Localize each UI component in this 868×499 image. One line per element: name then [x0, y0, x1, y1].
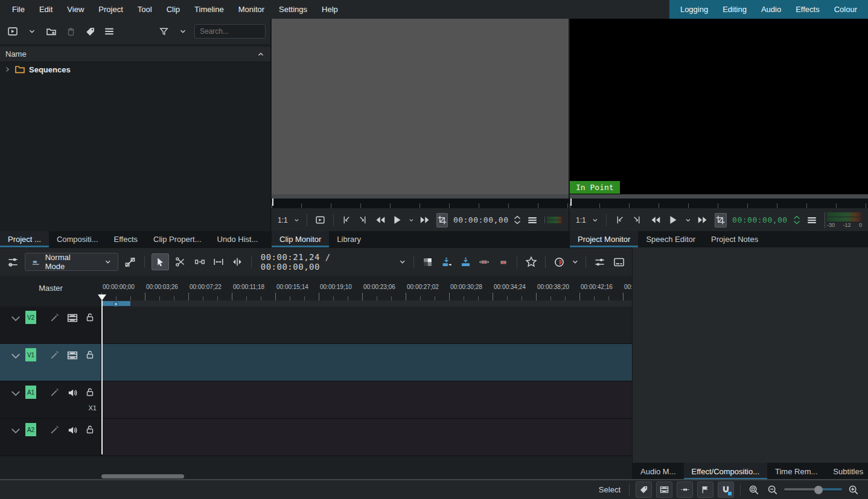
clip-monitor-seek-ruler[interactable]	[272, 199, 569, 208]
show-tags-button[interactable]	[636, 482, 652, 498]
tab-undo-history[interactable]: Undo Hist...	[209, 231, 266, 247]
clip-monitor-playhead[interactable]	[272, 199, 273, 206]
show-video-icon[interactable]	[67, 313, 78, 323]
tag-button[interactable]	[82, 24, 98, 39]
show-audio-thumbnails-button[interactable]	[677, 482, 693, 498]
menu-timeline[interactable]: Timeline	[187, 0, 231, 19]
tab-effect-composition-stack[interactable]: Effect/Compositio...	[684, 463, 767, 480]
project-monitor-seek-ruler[interactable]	[570, 199, 868, 208]
timeline-zoom-slider[interactable]	[784, 485, 842, 495]
menu-settings[interactable]: Settings	[272, 0, 314, 19]
zoom-in-button[interactable]	[846, 483, 861, 497]
lock-icon[interactable]	[85, 313, 95, 322]
record-button[interactable]	[552, 255, 566, 269]
timeline-zone-bar[interactable]	[101, 300, 632, 307]
track-body-v1[interactable]	[101, 344, 632, 381]
forward-button[interactable]	[697, 213, 709, 227]
edit-mode-dropdown[interactable]: Normal Mode	[25, 253, 118, 271]
zone-handle[interactable]	[113, 302, 118, 307]
tab-library[interactable]: Library	[329, 231, 369, 247]
project-monitor-zoom-level[interactable]: 1:1	[576, 216, 586, 224]
zoom-slider-handle[interactable]	[814, 486, 823, 494]
playhead-handle[interactable]	[98, 294, 106, 300]
set-zone-out-button[interactable]	[357, 213, 369, 227]
chevron-down-icon[interactable]	[10, 425, 22, 437]
expand-arrow-icon[interactable]	[4, 66, 11, 73]
chevron-down-icon[interactable]	[293, 216, 300, 224]
workspace-editing[interactable]: Editing	[715, 0, 754, 19]
speaker-icon[interactable]	[67, 387, 78, 398]
play-button[interactable]	[391, 213, 403, 227]
filter-dropdown-button[interactable]	[175, 24, 191, 39]
project-timecode-spinner[interactable]	[793, 215, 800, 224]
bin-search-input[interactable]	[194, 24, 266, 39]
spacer-tool-button[interactable]	[193, 255, 206, 269]
subtitles-button[interactable]	[612, 255, 626, 269]
show-video-icon[interactable]	[67, 350, 78, 361]
insert-zone-button[interactable]	[439, 255, 453, 269]
effects-wand-icon[interactable]	[49, 387, 60, 398]
lock-icon[interactable]	[85, 425, 95, 434]
lift-zone-button[interactable]	[496, 255, 510, 269]
chevron-down-icon[interactable]	[592, 216, 599, 224]
chevron-down-icon[interactable]	[571, 258, 579, 266]
chevron-down-icon[interactable]	[10, 387, 22, 399]
track-head-v2[interactable]: V2	[0, 307, 101, 343]
track-body-a1[interactable]	[101, 381, 632, 418]
menu-monitor[interactable]: Monitor	[231, 0, 272, 19]
track-settings-button[interactable]	[6, 255, 20, 269]
zone-mode-button[interactable]	[715, 213, 727, 227]
track-head-a2[interactable]: A2	[0, 419, 101, 456]
add-clip-dropdown-button[interactable]	[24, 24, 40, 39]
snap-toggle-button[interactable]	[718, 482, 734, 498]
menu-view[interactable]: View	[60, 0, 91, 19]
mix-clips-button[interactable]	[123, 255, 137, 269]
menu-edit[interactable]: Edit	[32, 0, 60, 19]
tab-project-monitor[interactable]: Project Monitor	[570, 231, 638, 247]
clip-monitor-timecode[interactable]: 00:00:00,00	[453, 215, 509, 224]
project-monitor-playhead[interactable]	[570, 199, 572, 206]
tab-subtitles[interactable]: Subtitles	[825, 463, 868, 480]
ripple-tool-button[interactable]	[211, 255, 225, 269]
set-zone-out-button[interactable]	[631, 213, 643, 227]
set-zone-in-button[interactable]	[613, 213, 625, 227]
add-clip-button[interactable]	[5, 24, 21, 39]
slip-tool-button[interactable]	[230, 255, 244, 269]
lock-icon[interactable]	[85, 350, 95, 360]
effects-wand-icon[interactable]	[49, 350, 60, 360]
menu-project[interactable]: Project	[91, 0, 130, 19]
menu-file[interactable]: File	[5, 0, 32, 19]
effects-wand-icon[interactable]	[49, 313, 60, 323]
lock-icon[interactable]	[85, 387, 95, 397]
bin-menu-button[interactable]	[101, 24, 117, 39]
chevron-down-icon[interactable]	[10, 350, 22, 362]
workspace-effects[interactable]: Effects	[788, 0, 827, 19]
bin-item-sequences[interactable]: Sequences	[0, 62, 270, 77]
extract-zone-button[interactable]	[477, 255, 491, 269]
rewind-button[interactable]	[374, 213, 386, 227]
play-button[interactable]	[666, 213, 678, 227]
audio-mixer-button[interactable]	[593, 255, 607, 269]
tab-clip-monitor[interactable]: Clip Monitor	[272, 231, 329, 247]
zoom-fit-button[interactable]	[747, 483, 761, 497]
timeline-position-timecode[interactable]: 00:00:21,24 / 00:00:00,00	[261, 252, 392, 272]
menu-clip[interactable]: Clip	[159, 0, 187, 19]
workspace-logging[interactable]: Logging	[673, 0, 715, 19]
track-body-a2[interactable]	[101, 419, 632, 456]
bin-name-column-header[interactable]: Name	[0, 46, 270, 62]
menu-tool[interactable]: Tool	[130, 0, 159, 19]
filter-button[interactable]	[156, 24, 171, 39]
razor-tool-button[interactable]	[174, 255, 188, 269]
chevron-down-icon[interactable]	[408, 216, 415, 224]
tab-clip-properties[interactable]: Clip Propert...	[145, 231, 209, 247]
master-track-header[interactable]: Master	[0, 276, 101, 300]
tab-time-remapping[interactable]: Time Rem...	[767, 463, 825, 480]
project-monitor-menu-button[interactable]	[806, 213, 818, 227]
track-body-v2[interactable]	[101, 307, 632, 343]
track-head-v1[interactable]: V1	[0, 344, 101, 381]
tab-effects[interactable]: Effects	[106, 231, 146, 247]
show-video-thumbnails-button[interactable]	[656, 482, 672, 498]
tab-project-notes[interactable]: Project Notes	[703, 231, 766, 247]
speaker-icon[interactable]	[67, 425, 78, 436]
rewind-button[interactable]	[649, 213, 661, 227]
